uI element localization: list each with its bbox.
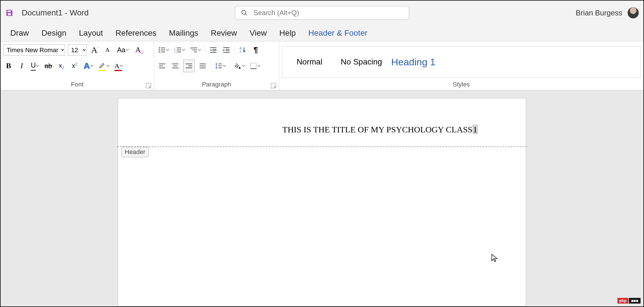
tab-design[interactable]: Design: [41, 29, 66, 38]
justify-button[interactable]: [198, 60, 208, 72]
svg-text:a: a: [190, 47, 191, 49]
style-heading-1[interactable]: Heading 1: [388, 48, 439, 76]
page-number-field[interactable]: 1: [472, 125, 478, 134]
highlight-color-button[interactable]: [97, 60, 110, 72]
header-text[interactable]: THIS IS THE TITLE OF MY PSYCHOLOGY CLASS…: [282, 125, 478, 134]
ribbon-tabs: Draw Design Layout References Mailings R…: [1, 25, 643, 41]
watermark-right: ■■■: [629, 298, 641, 304]
ribbon-group-font: Times New Roman 12 Aˆ Aˇ Aa A◇ B I U ab …: [1, 41, 154, 90]
multilevel-list-button[interactable]: ai: [189, 44, 202, 56]
font-dialog-launcher[interactable]: [146, 83, 151, 88]
ribbon: Times New Roman 12 Aˆ Aˇ Aa A◇ B I U ab …: [1, 41, 643, 90]
svg-text:3: 3: [174, 51, 176, 53]
user-area[interactable]: Brian Burgess: [576, 7, 639, 19]
tab-layout[interactable]: Layout: [79, 29, 103, 38]
tab-header-footer[interactable]: Header & Footer: [308, 29, 367, 38]
bold-button[interactable]: B: [3, 60, 14, 72]
font-color-button[interactable]: A: [113, 60, 124, 72]
align-left-button[interactable]: [157, 60, 167, 72]
group-label-paragraph: Paragraph: [202, 81, 231, 88]
svg-text:i: i: [191, 49, 192, 51]
ribbon-group-paragraph: 123 ai AZ ¶ Paragraph: [154, 41, 279, 90]
tab-review[interactable]: Review: [211, 29, 237, 38]
svg-point-5: [159, 49, 160, 51]
cursor-icon: [491, 254, 498, 262]
svg-text:A: A: [240, 47, 242, 50]
strikethrough-button[interactable]: ab: [43, 60, 53, 72]
show-hide-button[interactable]: ¶: [251, 44, 261, 56]
svg-rect-45: [251, 63, 256, 69]
italic-button[interactable]: I: [17, 60, 27, 72]
numbering-button[interactable]: 123: [173, 44, 186, 56]
header-divider: [117, 146, 527, 147]
ribbon-group-styles: Normal No Spacing Heading 1 Styles: [279, 41, 643, 90]
user-name: Brian Burgess: [576, 9, 622, 17]
sort-button[interactable]: AZ: [238, 44, 248, 56]
tab-view[interactable]: View: [249, 29, 267, 38]
borders-button[interactable]: [249, 60, 261, 72]
paragraph-dialog-launcher[interactable]: [271, 83, 276, 88]
tab-draw[interactable]: Draw: [10, 29, 29, 38]
style-normal[interactable]: Normal: [284, 48, 335, 76]
align-right-button[interactable]: [183, 60, 195, 72]
watermark: php ■■■: [617, 298, 641, 304]
change-case-button[interactable]: Aa: [116, 44, 130, 56]
style-no-spacing[interactable]: No Spacing: [336, 48, 387, 76]
group-label-font: Font: [71, 81, 83, 88]
svg-text:Z: Z: [240, 50, 242, 53]
shading-button[interactable]: [233, 60, 246, 72]
increase-indent-button[interactable]: [221, 44, 232, 56]
svg-point-1: [242, 10, 246, 14]
watermark-left: php: [617, 298, 628, 304]
decrease-indent-button[interactable]: [208, 44, 218, 56]
search-input[interactable]: [253, 9, 403, 17]
clear-formatting-button[interactable]: A◇: [133, 44, 143, 56]
align-center-button[interactable]: [170, 60, 180, 72]
font-name-select[interactable]: Times New Roman: [3, 44, 65, 56]
tab-mailings[interactable]: Mailings: [169, 29, 198, 38]
tab-references[interactable]: References: [116, 29, 156, 38]
avatar[interactable]: [627, 7, 639, 19]
underline-button[interactable]: U: [30, 60, 40, 72]
search-icon: [241, 9, 248, 16]
header-badge: Header: [122, 147, 148, 157]
superscript-button[interactable]: x2: [69, 60, 80, 72]
save-icon[interactable]: [5, 9, 14, 17]
line-spacing-button[interactable]: [214, 60, 227, 72]
grow-font-button[interactable]: Aˆ: [90, 44, 100, 56]
header-title-text: THIS IS THE TITLE OF MY PSYCHOLOGY CLASS: [282, 125, 472, 134]
search-box[interactable]: [235, 6, 409, 20]
svg-point-7: [159, 51, 160, 52]
subscript-button[interactable]: x2: [56, 60, 67, 72]
tab-help[interactable]: Help: [279, 29, 296, 38]
page[interactable]: THIS IS THE TITLE OF MY PSYCHOLOGY CLASS…: [118, 98, 526, 306]
document-canvas: THIS IS THE TITLE OF MY PSYCHOLOGY CLASS…: [1, 90, 643, 306]
bullets-button[interactable]: [157, 44, 170, 56]
title-bar: Document1 - Word Brian Burgess: [1, 1, 643, 25]
svg-point-3: [159, 47, 160, 49]
shrink-font-button[interactable]: Aˇ: [103, 44, 113, 56]
document-title: Document1 - Word: [22, 8, 88, 17]
font-size-select[interactable]: 12: [68, 44, 87, 56]
styles-gallery[interactable]: Normal No Spacing Heading 1: [282, 46, 641, 78]
svg-rect-0: [9, 11, 11, 12]
svg-line-2: [245, 14, 247, 15]
text-effects-button[interactable]: A: [82, 60, 94, 72]
group-label-styles: Styles: [453, 81, 470, 88]
